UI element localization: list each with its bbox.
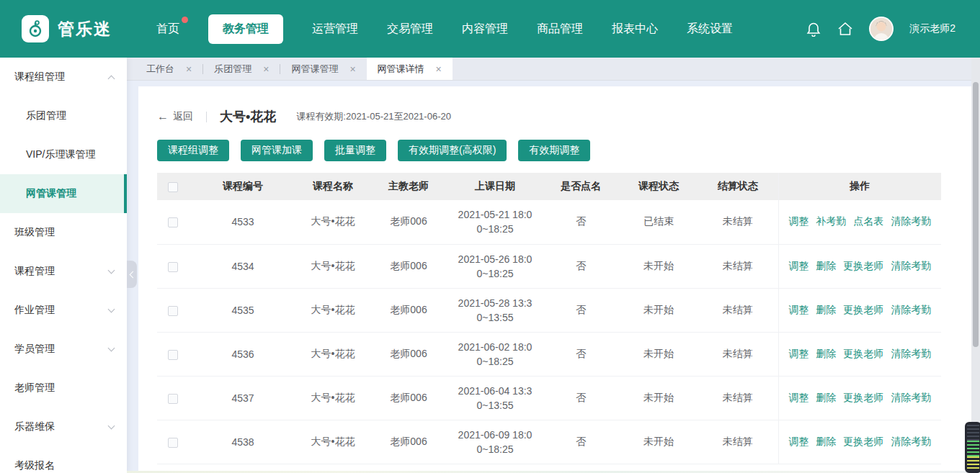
clear-attendance-link[interactable]: 清除考勤 <box>891 392 931 403</box>
sidebar-item-course-groups[interactable]: 课程组管理 <box>0 58 127 96</box>
clear-attendance-link[interactable]: 清除考勤 <box>891 260 931 271</box>
vertical-scrollbar[interactable] <box>971 58 980 473</box>
adjust-link[interactable]: 调整 <box>788 304 808 315</box>
close-icon[interactable]: × <box>263 64 269 74</box>
add-online-course-button[interactable]: 网管课加课 <box>241 140 313 161</box>
nav-item-home[interactable]: 首页 <box>156 14 179 44</box>
batch-adjust-button[interactable]: 批量调整 <box>324 140 386 161</box>
close-icon[interactable]: × <box>349 64 355 74</box>
bell-icon[interactable] <box>806 21 821 37</box>
scrollbar-thumb[interactable] <box>973 82 979 347</box>
tabbar: 工作台 × 乐团管理 × 网管课管理 × 网管课详情 × <box>127 58 971 81</box>
nav-item-reports[interactable]: 报表中心 <box>612 14 658 44</box>
row-checkbox[interactable] <box>168 350 178 360</box>
sidebar: 课程组管理 乐团管理 VIP/乐理课管理 网管课管理 班级管理 课程管理 作业管… <box>0 58 127 473</box>
back-button[interactable]: ← 返回 <box>157 110 193 123</box>
adjust-link[interactable]: 调整 <box>788 215 808 227</box>
cell-settlement: 未结算 <box>698 244 778 288</box>
delete-link[interactable]: 删除 <box>816 436 836 447</box>
user-avatar[interactable] <box>869 17 894 41</box>
nav-item-content[interactable]: 内容管理 <box>462 14 508 44</box>
course-group-adjust-button[interactable]: 课程组调整 <box>157 140 229 161</box>
cell-date: 2021-06-09 18:00~18:25 <box>448 420 542 464</box>
brand[interactable]: 管乐迷 <box>22 15 112 42</box>
select-all-checkbox[interactable] <box>168 182 178 192</box>
toolbar: 课程组调整 网管课加课 批量调整 有效期调整(高权限) 有效期调整 <box>157 140 971 161</box>
rollcall-sheet-link[interactable]: 点名表 <box>853 215 883 227</box>
close-icon[interactable]: × <box>186 64 192 74</box>
nav-item-settings[interactable]: 系统设置 <box>687 14 733 44</box>
delete-link[interactable]: 删除 <box>816 304 836 315</box>
course-validity: 课程有效期:2021-05-21至2021-06-20 <box>296 110 451 123</box>
adjust-link[interactable]: 调整 <box>788 260 808 271</box>
sidebar-item-instrument-maintenance[interactable]: 乐器维保 <box>0 407 127 446</box>
sidebar-item-courses[interactable]: 课程管理 <box>0 252 127 291</box>
cell-teacher: 老师006 <box>369 376 448 420</box>
cell-course-id: 4538 <box>189 420 297 464</box>
cell-teacher: 老师006 <box>369 244 448 288</box>
row-checkbox[interactable] <box>168 438 178 448</box>
sidebar-item-homework[interactable]: 作业管理 <box>0 291 127 330</box>
table-row: 4537 大号•花花 老师006 2021-06-04 13:30~13:55 … <box>157 376 941 420</box>
clear-attendance-link[interactable]: 清除考勤 <box>891 348 931 359</box>
makeup-attendance-link[interactable]: 补考勤 <box>816 215 846 227</box>
cell-actions: 调整补考勤点名表清除考勤 <box>778 200 941 244</box>
cell-settlement: 未结算 <box>698 288 778 332</box>
cell-course-name: 大号•花花 <box>297 332 369 376</box>
validity-adjust-admin-button[interactable]: 有效期调整(高权限) <box>398 140 507 161</box>
cell-course-name: 大号•花花 <box>297 288 369 332</box>
col-settlement: 结算状态 <box>698 173 778 200</box>
nav-item-goods[interactable]: 商品管理 <box>537 14 583 44</box>
tab-online-courses[interactable]: 网管课管理 × <box>280 58 366 80</box>
cell-settlement: 未结算 <box>698 200 778 244</box>
sidebar-item-online-courses[interactable]: 网管课管理 <box>0 174 127 213</box>
delete-link[interactable]: 删除 <box>816 392 836 403</box>
adjust-link[interactable]: 调整 <box>788 436 808 447</box>
validity-adjust-button[interactable]: 有效期调整 <box>518 140 590 161</box>
cell-actions: 调整删除更换老师清除考勤 <box>778 244 941 288</box>
nav-item-trade[interactable]: 交易管理 <box>387 14 433 44</box>
chevron-down-icon <box>108 422 115 429</box>
home-icon[interactable] <box>837 21 853 37</box>
adjust-link[interactable]: 调整 <box>788 392 808 403</box>
user-name[interactable]: 演示老师2 <box>909 22 956 35</box>
row-checkbox[interactable] <box>168 217 178 228</box>
cell-course-id: 4537 <box>189 376 297 420</box>
sidebar-item-orchestra[interactable]: 乐团管理 <box>0 96 127 135</box>
sidebar-item-vip-theory[interactable]: VIP/乐理课管理 <box>0 135 127 174</box>
sidebar-collapse-handle[interactable] <box>127 261 137 288</box>
clear-attendance-link[interactable]: 清除考勤 <box>891 304 931 315</box>
tab-workbench[interactable]: 工作台 × <box>135 58 202 80</box>
sidebar-item-classes[interactable]: 班级管理 <box>0 213 127 252</box>
nav-item-academic[interactable]: 教务管理 <box>208 14 283 44</box>
sidebar-item-exam-registration[interactable]: 考级报名 <box>0 446 127 473</box>
clear-attendance-link[interactable]: 清除考勤 <box>891 215 931 227</box>
sidebar-item-students[interactable]: 学员管理 <box>0 330 127 369</box>
row-checkbox[interactable] <box>168 262 178 272</box>
delete-link[interactable]: 删除 <box>816 260 836 271</box>
change-teacher-link[interactable]: 更换老师 <box>843 436 883 447</box>
cell-settlement: 未结算 <box>698 376 778 420</box>
cell-teacher: 老师006 <box>369 288 448 332</box>
change-teacher-link[interactable]: 更换老师 <box>843 260 883 271</box>
change-teacher-link[interactable]: 更换老师 <box>843 392 883 403</box>
row-checkbox[interactable] <box>168 394 178 404</box>
chevron-down-icon <box>108 305 115 312</box>
close-icon[interactable]: × <box>436 64 442 74</box>
nav-item-operations[interactable]: 运营管理 <box>312 14 358 44</box>
meter-gray-band <box>967 425 979 441</box>
cell-status: 未开始 <box>620 376 698 420</box>
row-checkbox[interactable] <box>168 306 178 316</box>
sidebar-item-teachers[interactable]: 老师管理 <box>0 369 127 407</box>
main-content: ← 返回 大号•花花 课程有效期:2021-05-21至2021-06-20 课… <box>138 86 971 473</box>
tab-course-detail[interactable]: 网管课详情 × <box>367 58 453 80</box>
change-teacher-link[interactable]: 更换老师 <box>843 348 883 359</box>
delete-link[interactable]: 删除 <box>816 348 836 359</box>
tab-orchestra[interactable]: 乐团管理 × <box>203 58 280 80</box>
cell-teacher: 老师006 <box>369 332 448 376</box>
cell-rollcall: 否 <box>542 332 620 376</box>
cell-status: 未开始 <box>620 332 698 376</box>
change-teacher-link[interactable]: 更换老师 <box>843 304 883 315</box>
clear-attendance-link[interactable]: 清除考勤 <box>891 436 931 447</box>
adjust-link[interactable]: 调整 <box>788 348 808 359</box>
